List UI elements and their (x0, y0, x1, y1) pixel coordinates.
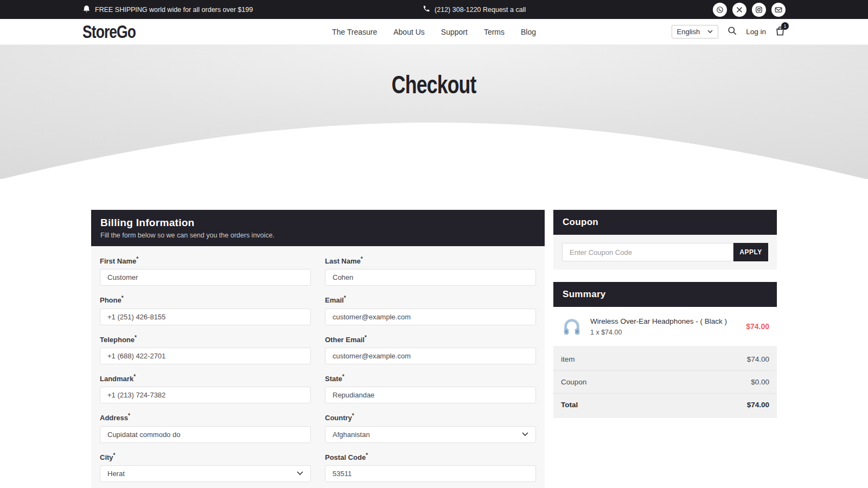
summary-title: Summary (563, 289, 768, 300)
email-input[interactable] (325, 309, 536, 325)
login-link[interactable]: Log in (746, 28, 766, 36)
city-select[interactable]: Herat (100, 465, 311, 482)
top-bar: FREE SHIPPING world wide for all orders … (0, 0, 868, 19)
language-label: English (677, 28, 700, 36)
field-first-name: First Name* (100, 256, 311, 286)
billing-subtitle: Fill the form below so we can send you t… (100, 232, 535, 239)
totals-row-coupon: Coupon$0.00 (553, 371, 777, 394)
field-city: City* Herat (100, 452, 311, 482)
field-phone: Phone* (100, 295, 311, 325)
summary-panel: Summary Wireless Over-Ear Headphones - (… (553, 282, 777, 418)
chevron-down-icon (707, 30, 713, 34)
shipping-notice: FREE SHIPPING world wide for all orders … (95, 6, 253, 14)
phone-icon (423, 5, 430, 14)
hero-curve-shape (0, 123, 868, 179)
site-header: StoreGo The Treasure About Us Support Te… (0, 19, 868, 45)
nav-about-us[interactable]: About Us (393, 28, 425, 36)
instagram-icon[interactable] (752, 3, 766, 17)
last-name-input[interactable] (325, 269, 536, 286)
field-telephone: Telephone* (100, 335, 311, 364)
field-landmark: Landmark* (100, 374, 311, 403)
nav-blog[interactable]: Blog (521, 28, 536, 36)
landmark-input[interactable] (100, 387, 311, 403)
state-input[interactable] (325, 387, 536, 403)
hero-banner: Checkout (0, 45, 868, 179)
field-postal-code: Postal Code* (325, 452, 536, 482)
cart-count-badge: 1 (781, 22, 789, 30)
product-qty-price: 1 x $74.00 (590, 329, 727, 336)
coupon-code-input[interactable] (562, 243, 733, 261)
billing-panel: Billing Information Fill the form below … (91, 210, 545, 488)
field-other-email: Other Email* (325, 335, 536, 364)
postal-code-input[interactable] (325, 465, 536, 482)
product-line-total: $74.00 (746, 322, 769, 331)
product-name: Wireless Over-Ear Headphones - ( Black ) (590, 317, 727, 325)
field-address: Address* (100, 413, 311, 442)
country-select[interactable]: Afghanistan (325, 426, 536, 443)
apply-coupon-button[interactable]: APPLY (733, 243, 768, 261)
address-input[interactable] (100, 426, 311, 443)
nav-terms[interactable]: Terms (484, 28, 505, 36)
billing-title: Billing Information (100, 217, 535, 229)
first-name-input[interactable] (100, 269, 311, 286)
chevron-down-icon (297, 471, 303, 476)
field-country: Country* Afghanistan (325, 413, 536, 442)
language-selector[interactable]: English (672, 25, 719, 38)
whatsapp-icon[interactable] (713, 3, 727, 17)
store-logo[interactable]: StoreGo (82, 22, 136, 42)
cart-item-row: Wireless Over-Ear Headphones - ( Black )… (553, 307, 777, 346)
telephone-input[interactable] (100, 348, 311, 364)
field-last-name: Last Name* (325, 256, 536, 286)
phone-number[interactable]: (212) 308-1220 Request a call (435, 6, 526, 14)
totals-row-total: Total$74.00 (553, 394, 777, 416)
coupon-panel: Coupon APPLY (553, 210, 777, 269)
totals-row-item: item$74.00 (553, 348, 777, 371)
field-email: Email* (325, 295, 536, 325)
field-state: State* (325, 374, 536, 403)
main-nav: The Treasure About Us Support Terms Blog (332, 28, 536, 36)
other-email-input[interactable] (325, 348, 536, 364)
bell-icon (82, 5, 91, 15)
search-icon[interactable] (727, 25, 737, 38)
page-title: Checkout (0, 72, 868, 98)
chevron-down-icon (522, 432, 528, 436)
x-twitter-icon[interactable] (732, 3, 746, 17)
nav-support[interactable]: Support (441, 28, 468, 36)
order-totals: item$74.00 Coupon$0.00 Total$74.00 (553, 346, 777, 418)
coupon-title: Coupon (563, 217, 768, 228)
email-icon[interactable] (771, 3, 786, 17)
cart-button[interactable]: 1 (775, 25, 786, 38)
phone-input[interactable] (100, 309, 311, 325)
product-image (561, 316, 583, 337)
nav-the-treasure[interactable]: The Treasure (332, 28, 377, 36)
